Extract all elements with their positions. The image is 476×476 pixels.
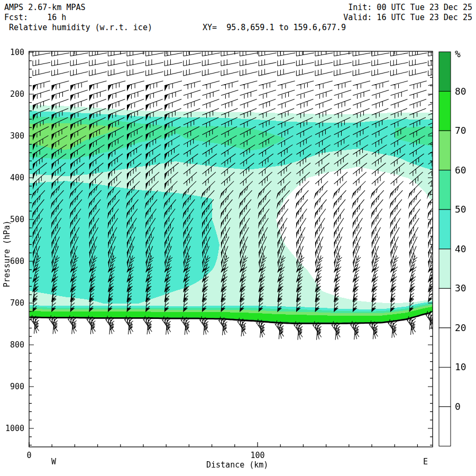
- colorbar: %80706050403020100: [439, 48, 466, 446]
- plot-overlay-svg: 10020030040050060070080090010000100%8070…: [0, 0, 476, 476]
- pressure-axis-title: Pressure (hPa): [2, 217, 12, 291]
- colorbar-segment: [439, 407, 451, 446]
- pressure-tick-label: 300: [10, 131, 24, 141]
- west-label: W: [51, 458, 56, 466]
- colorbar-tick-label: 70: [455, 125, 466, 136]
- colorbar-tick-label: 30: [455, 282, 466, 294]
- pressure-tick-label: 200: [10, 89, 24, 99]
- distance-axis-title: Distance (km): [206, 461, 268, 469]
- pressure-tick-label: 500: [10, 215, 24, 224]
- colorbar-segment: [439, 288, 451, 328]
- pressure-tick-label: 700: [10, 298, 24, 308]
- colorbar-tick-label: 10: [455, 361, 466, 372]
- colorbar-tick-label: 80: [455, 86, 466, 97]
- pressure-tick-label: 900: [10, 382, 24, 391]
- colorbar-segment: [439, 170, 451, 210]
- pressure-tick-label: 600: [10, 257, 24, 266]
- colorbar-segment: [439, 328, 451, 368]
- colorbar-title: %: [455, 48, 461, 59]
- colorbar-tick-label: 60: [455, 164, 466, 176]
- east-label: E: [423, 458, 428, 466]
- distance-tick-label: 0: [26, 451, 31, 460]
- colorbar-segment: [439, 249, 451, 289]
- colorbar-tick-label: 50: [455, 204, 466, 215]
- colorbar-tick-label: 40: [455, 243, 466, 254]
- pressure-tick-label: 800: [10, 340, 24, 350]
- colorbar-segment: [439, 91, 451, 131]
- plot-axes: 10020030040050060070080090010000100: [5, 48, 433, 460]
- colorbar-segment: [439, 131, 451, 170]
- pressure-tick-label: 1000: [5, 424, 24, 433]
- distance-tick-label: 100: [250, 451, 264, 460]
- pressure-tick-label: 400: [10, 173, 24, 182]
- wind-barbs-layer: [30, 50, 446, 340]
- amps-cross-section-page: AMPS 2.67-km MPAS Fcst: 16 h Relative hu…: [0, 0, 476, 476]
- pressure-tick-label: 100: [10, 48, 24, 57]
- colorbar-segment: [439, 52, 451, 91]
- colorbar-tick-label: 20: [455, 322, 466, 333]
- colorbar-tick-label: 0: [455, 401, 461, 412]
- colorbar-segment: [439, 367, 451, 407]
- colorbar-segment: [439, 209, 451, 249]
